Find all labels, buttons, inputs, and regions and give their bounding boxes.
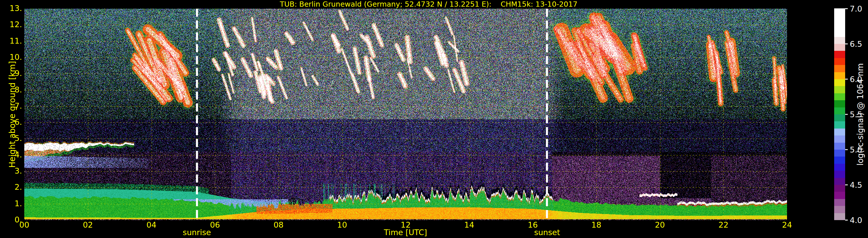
colorbar-tick-mark: [845, 8, 848, 9]
colorbar-tick-mark: [845, 184, 848, 185]
y-tick-label: 11.: [0, 36, 22, 45]
colorbar-tick-mark: [845, 79, 848, 80]
colorbar-tick-label: 7.0: [850, 4, 862, 13]
x-tick-label: 20: [655, 220, 665, 229]
y-tick-label: 4.: [0, 150, 22, 159]
plot-title: TUB: Berlin Grunewald (Germany; 52.4732 …: [280, 0, 577, 8]
x-tick-label: 18: [591, 220, 601, 229]
colorbar-tick-label: 4.0: [850, 216, 862, 225]
colorbar-step: [834, 8, 845, 15]
y-tick-label: 7.: [0, 101, 22, 110]
colorbar-step: [834, 184, 845, 192]
y-tick-label: 1.: [0, 199, 22, 208]
colorbar-step: [834, 30, 845, 37]
colorbar-step: [834, 206, 845, 213]
colorbar-step: [834, 178, 845, 185]
colorbar-step: [834, 170, 845, 178]
y-tick-label: 9.: [0, 69, 22, 78]
sunrise-label: sunrise: [183, 228, 211, 237]
y-tick-label: 2.: [0, 183, 22, 192]
colorbar-step: [834, 135, 845, 142]
x-tick-label: 08: [274, 220, 283, 229]
y-tick-label: 13.: [0, 4, 22, 13]
colorbar-tick-mark: [845, 149, 848, 150]
colorbar-step: [834, 100, 845, 107]
colorbar-tick-mark: [845, 114, 848, 115]
x-tick-label: 24: [782, 220, 792, 229]
y-tick-label: 12.: [0, 20, 22, 29]
y-tick-label: 10.: [0, 53, 22, 62]
y-tick-label: 5.: [0, 134, 22, 143]
colorbar-step: [834, 50, 845, 58]
colorbar-step: [834, 213, 845, 220]
colorbar-step: [834, 93, 845, 100]
colorbar-tick-label: 4.5: [850, 180, 862, 190]
colorbar-tick-label: 5.5: [850, 110, 862, 119]
x-tick-label: 22: [718, 220, 728, 229]
colorbar-step: [834, 149, 845, 157]
colorbar-step: [834, 23, 845, 30]
colorbar-step: [834, 44, 845, 51]
x-tick-label: 06: [210, 220, 220, 229]
colorbar-step: [834, 107, 845, 114]
colorbar-step: [834, 192, 845, 199]
colorbar-tick-mark: [845, 220, 848, 221]
lidar-quicklook-figure: TUB: Berlin Grunewald (Germany; 52.4732 …: [0, 0, 868, 238]
x-tick-label: 16: [528, 220, 538, 229]
colorbar-step: [834, 58, 845, 65]
colorbar-step: [834, 114, 845, 121]
colorbar-step: [834, 15, 845, 23]
colorbar-step: [834, 72, 845, 79]
colorbar-step: [834, 79, 845, 86]
sunset-label: sunset: [534, 228, 560, 237]
colorbar-step: [834, 142, 845, 149]
lidar-heatmap-canvas: [24, 9, 787, 220]
colorbar-step: [834, 128, 845, 135]
colorbar-step: [834, 37, 845, 44]
y-tick-label: 8.: [0, 85, 22, 94]
x-tick-label: 10: [337, 220, 347, 229]
colorbar-tick-label: 6.5: [850, 40, 862, 48]
colorbar-tick-label: 5.0: [850, 145, 862, 154]
x-tick-label: 04: [146, 220, 156, 229]
x-tick-label: 02: [83, 220, 93, 229]
colorbar-step: [834, 164, 845, 171]
y-tick-label: 0.: [0, 215, 22, 224]
colorbar-step: [834, 65, 845, 72]
colorbar: [834, 9, 845, 220]
x-tick-label: 12: [401, 220, 410, 229]
x-tick-label: 14: [464, 220, 474, 229]
y-tick-label: 6.: [0, 117, 22, 127]
y-tick-label: 3.: [0, 166, 22, 175]
colorbar-step: [834, 121, 845, 128]
colorbar-tick-label: 6.0: [850, 75, 862, 84]
colorbar-step: [834, 86, 845, 93]
colorbar-tick-mark: [845, 44, 848, 44]
colorbar-step: [834, 156, 845, 164]
colorbar-step: [834, 199, 845, 206]
